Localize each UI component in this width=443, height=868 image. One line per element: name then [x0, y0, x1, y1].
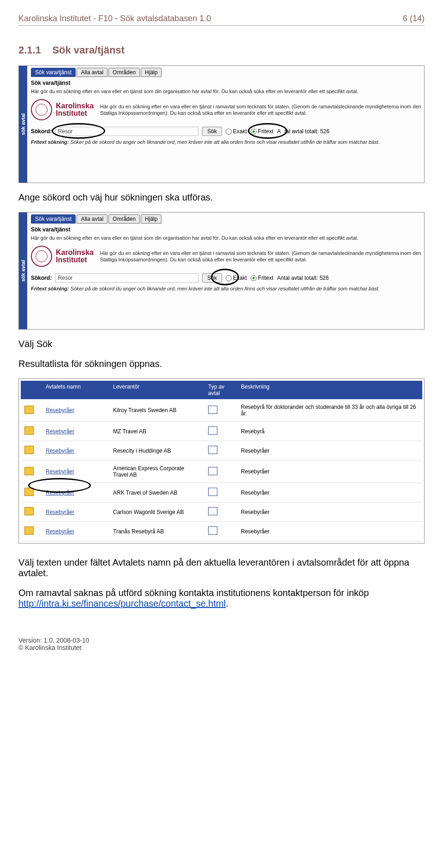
cell-beskrivning: Resebyråer [237, 506, 422, 518]
panel-intro: Här gör du en sökning efter en vara elle… [31, 88, 422, 94]
tab-alla-avtal[interactable]: Alla avtal [77, 68, 108, 77]
tab-hjalp[interactable]: Hjälp [141, 214, 162, 224]
tab-row: Sök vara/tjänst Alla avtal Områden Hjälp [31, 214, 422, 224]
radio-exakt[interactable]: Exakt [226, 128, 247, 135]
sokord-label: Sökord: [31, 128, 52, 135]
radio-fritext[interactable]: Fritext [251, 275, 273, 281]
fritext-help: Fritext sökning: Söker på de sökord du a… [31, 285, 422, 292]
page-header: Karolinska Institutet - F10 - Sök avtals… [18, 14, 425, 26]
section-title: Sök vara/tjänst [52, 44, 125, 56]
table-row: ResebyråerCarlson Wagonlit Sverige ABRes… [21, 502, 422, 522]
avtal-name-link[interactable]: Resebyråer [46, 509, 74, 515]
type-icon [208, 467, 217, 475]
logo-line1: Karolinska [56, 102, 94, 110]
avtal-name-link[interactable]: Resebyråer [46, 528, 74, 535]
col-header-desc: Beskrivning [237, 381, 422, 399]
tab-sok-vara[interactable]: Sök vara/tjänst [31, 214, 76, 224]
cell-leverantor: Resecity i Huddinge AB [109, 445, 204, 457]
avtal-name-link[interactable]: Resebyråer [46, 448, 74, 454]
radio-unchecked-icon [226, 275, 232, 281]
radio-fritext[interactable]: Fritext [251, 128, 273, 135]
radio-unchecked-icon [226, 129, 232, 135]
table-row: ResebyråerAmerican Express Corporate Tra… [21, 461, 422, 483]
side-tab: sök avtal [19, 66, 27, 183]
cell-leverantor: Kilroy Travels Sweden AB [109, 404, 204, 416]
screenshot-search-2: sök avtal Sök vara/tjänst Alla avtal Omr… [18, 212, 425, 330]
ki-seal-icon [31, 246, 52, 267]
total-count: tal avtal totalt: 526 [284, 128, 329, 135]
copyright-icon: © [18, 644, 23, 651]
radio-exakt-label: Exakt [233, 275, 247, 281]
avtal-name-link[interactable]: Resebyråer [46, 468, 74, 475]
avtal-name-link[interactable]: Resebyråer [46, 490, 74, 496]
cell-beskrivning: Resebyråer [237, 445, 422, 457]
ki-seal-icon [31, 99, 52, 120]
fritext-help-text: Söker på de sökord du anger och liknande… [71, 139, 380, 145]
fritext-help-bold: Fritext sökning: [31, 286, 69, 291]
table-row: ResebyråerMZ Travel ABResebyrå [21, 422, 422, 441]
ki-logo: Karolinska Institutet [31, 99, 94, 120]
type-icon [208, 426, 217, 435]
cell-beskrivning: Resebyrå för doktorander och studerande … [237, 401, 422, 419]
logo-line2: Institutet [56, 110, 94, 118]
search-input[interactable]: Resor [55, 127, 198, 136]
tab-hjalp[interactable]: Hjälp [141, 68, 162, 77]
header-pageno: 6 (14) [403, 14, 425, 24]
version-text: Version: 1.0, 2008-03-10 [18, 637, 425, 644]
search-button[interactable]: Sök [202, 273, 222, 283]
paragraph-2a: Välj Sök [18, 339, 425, 349]
avtal-name-link[interactable]: Resebyråer [46, 428, 74, 435]
document-icon [24, 507, 34, 515]
radio-checked-icon [251, 129, 257, 135]
paragraph-3: Välj texten under fältet Avtalets namn p… [18, 557, 425, 579]
radio-checked-icon [251, 275, 257, 281]
panel-intro: Här gör du en sökning efter en vara elle… [31, 235, 422, 241]
search-button[interactable]: Sök [202, 127, 222, 136]
cell-leverantor: MZ Travel AB [109, 425, 204, 437]
contact-link[interactable]: http://intra.ki.se/finances/purchase/con… [18, 598, 226, 608]
document-icon [24, 526, 34, 535]
document-icon [24, 446, 34, 454]
cell-leverantor: ARK Travel of Sweden AB [109, 487, 204, 499]
fritext-help-bold: Fritext sökning: [31, 139, 69, 145]
cell-beskrivning: Resebyrå [237, 425, 422, 437]
radio-fritext-label: Fritext [258, 275, 273, 281]
col-header-name: Avtalets namn [42, 381, 109, 399]
paragraph-2b: Resultatlista för sökningen öppnas. [18, 359, 425, 369]
radio-fritext-label: Fritext [258, 128, 273, 135]
para4-tail: . [226, 598, 228, 608]
type-icon [208, 446, 217, 454]
cell-beskrivning: Resebyråer [237, 526, 422, 537]
logo-line1: Karolinska [56, 249, 94, 257]
tab-alla-avtal[interactable]: Alla avtal [77, 214, 108, 224]
document-icon [24, 426, 34, 435]
paragraph-1: Ange sökord och väj hur sökningen ska ut… [18, 192, 425, 203]
fritext-help: Fritext sökning: Söker på de sökord du a… [31, 139, 422, 145]
panel-title: Sök vara/tjänst [31, 226, 422, 233]
cell-leverantor: Tranås Resebyrå AB [109, 526, 204, 537]
ki-logo: Karolinska Institutet [31, 246, 94, 267]
paragraph-4: Om ramavtal saknas på utförd sökning kon… [18, 588, 425, 609]
search-input[interactable]: Resor [55, 273, 198, 283]
tab-omraden[interactable]: Områden [108, 214, 140, 224]
tab-sok-vara[interactable]: Sök vara/tjänst [31, 68, 76, 77]
search-row: Sökord: Resor Sök Exakt Fritext Antal av… [31, 273, 422, 283]
panel-title: Sök vara/tjänst [31, 80, 422, 86]
fritext-help-text: Söker på de sökord du anger och liknande… [71, 286, 380, 291]
table-row: ResebyråerARK Travel of Sweden ABResebyr… [21, 483, 422, 502]
sokord-label: Sökord: [31, 275, 52, 281]
tab-omraden[interactable]: Områden [108, 68, 140, 77]
col-header-type: Typ av avtal [204, 381, 237, 399]
avtal-name-link[interactable]: Resebyråer [46, 407, 74, 413]
section-number: 2.1.1 [18, 44, 41, 56]
table-row: ResebyråerTranås Resebyrå ABResebyråer [21, 522, 422, 541]
radio-exakt-label: Exakt [233, 128, 247, 135]
header-title: Karolinska Institutet - F10 - Sök avtals… [18, 14, 211, 24]
logo-desc: Här gör du en sökning efter en vara elle… [100, 103, 422, 117]
cell-leverantor: Carlson Wagonlit Sverige AB [109, 506, 204, 518]
type-icon [208, 406, 217, 414]
type-icon [208, 488, 217, 496]
radio-exakt[interactable]: Exakt [226, 275, 247, 281]
side-tab: sök avtal [19, 213, 27, 329]
cell-leverantor: American Express Corporate Travel AB [109, 462, 204, 481]
